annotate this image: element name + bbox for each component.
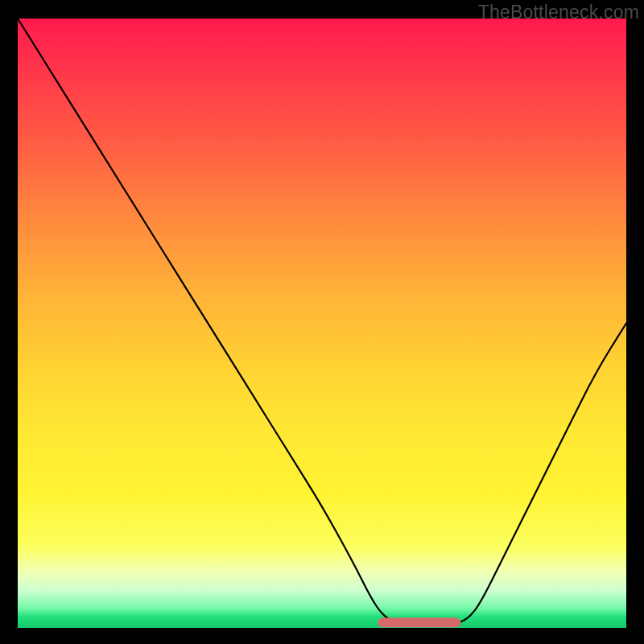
- bottleneck-curve-line: [18, 19, 626, 625]
- chart-svg: [18, 19, 626, 628]
- watermark-text: TheBottleneck.com: [478, 2, 639, 23]
- chart-plot-area: [18, 19, 626, 628]
